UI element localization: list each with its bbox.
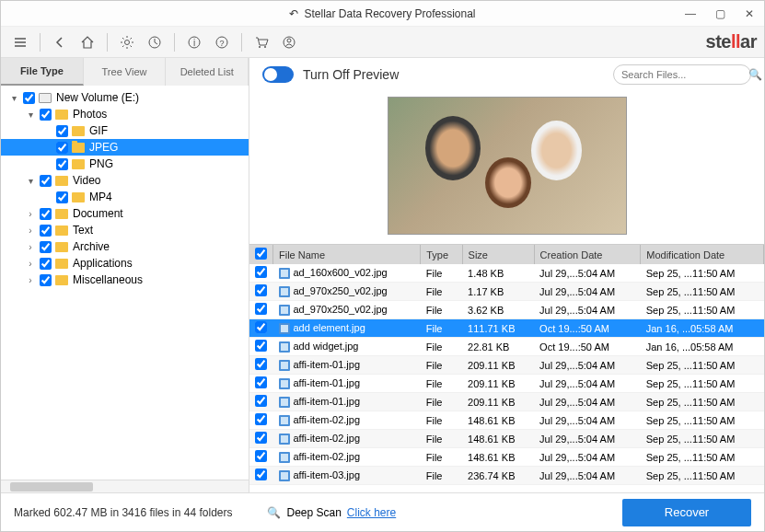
- col-mdate[interactable]: Modification Date: [641, 245, 764, 264]
- tree-checkbox[interactable]: [40, 274, 52, 286]
- row-checkbox[interactable]: [255, 340, 267, 352]
- row-checkbox[interactable]: [255, 413, 267, 425]
- row-checkbox[interactable]: [255, 450, 267, 462]
- table-row[interactable]: affi-item-03.jpgFile236.74 KBJul 29,...5…: [249, 467, 764, 485]
- table-row[interactable]: ad_970x250_v02.jpgFile1.17 KBJul 29,...5…: [249, 283, 764, 301]
- cell-size: 148.61 KB: [462, 430, 534, 448]
- tree-checkbox[interactable]: [56, 158, 68, 170]
- row-checkbox[interactable]: [255, 358, 267, 370]
- folder-tree[interactable]: ▾New Volume (E:)▾PhotosGIFJPEGPNG▾VideoM…: [1, 86, 249, 480]
- home-button[interactable]: [75, 30, 99, 54]
- tree-item[interactable]: MP4: [1, 189, 249, 205]
- twisty-icon[interactable]: ▾: [25, 110, 36, 120]
- tree-checkbox[interactable]: [56, 125, 68, 137]
- twisty-icon[interactable]: ›: [25, 259, 36, 269]
- twisty-icon[interactable]: ▾: [8, 93, 19, 103]
- info-button[interactable]: i: [182, 30, 206, 54]
- table-row[interactable]: ad_970x250_v02.jpgFile3.62 KBJul 29,...5…: [249, 301, 764, 319]
- minimize-button[interactable]: —: [676, 1, 705, 27]
- table-row[interactable]: affi-item-02.jpgFile148.61 KBJul 29,...5…: [249, 448, 764, 467]
- folder-icon: [55, 110, 68, 120]
- file-icon: [279, 323, 290, 334]
- twisty-icon[interactable]: ›: [25, 242, 36, 252]
- cell-cdate: Jul 29,...5:04 AM: [534, 264, 641, 283]
- undo-icon: ↶: [289, 7, 298, 20]
- table-row[interactable]: add element.jpgFile111.71 KBOct 19...:50…: [249, 319, 764, 338]
- tree-item[interactable]: GIF: [1, 122, 249, 139]
- table-row[interactable]: affi-item-01.jpgFile209.11 KBJul 29,...5…: [249, 375, 764, 393]
- twisty-icon[interactable]: ›: [25, 226, 36, 236]
- cart-button[interactable]: [249, 30, 273, 54]
- back-button[interactable]: [48, 30, 72, 54]
- col-name[interactable]: File Name: [273, 245, 421, 264]
- tree-checkbox[interactable]: [40, 225, 52, 237]
- folder-icon: [72, 192, 85, 202]
- tab-deleted-list[interactable]: Deleted List: [166, 58, 249, 86]
- tree-checkbox[interactable]: [23, 92, 35, 104]
- col-check[interactable]: [249, 245, 273, 264]
- tree-checkbox[interactable]: [40, 109, 52, 121]
- tab-file-type[interactable]: File Type: [1, 58, 84, 86]
- row-checkbox[interactable]: [255, 284, 267, 296]
- twisty-icon[interactable]: ›: [25, 275, 36, 285]
- tree-checkbox[interactable]: [56, 142, 68, 154]
- table-row[interactable]: affi-item-02.jpgFile148.61 KBJul 29,...5…: [249, 430, 764, 448]
- folder-icon: [72, 143, 85, 153]
- table-row[interactable]: affi-item-02.jpgFile148.61 KBJul 29,...5…: [249, 411, 764, 430]
- tree-checkbox[interactable]: [40, 175, 52, 187]
- tree-checkbox[interactable]: [56, 191, 68, 203]
- preview-toggle[interactable]: [262, 66, 294, 83]
- col-size[interactable]: Size: [462, 245, 534, 264]
- tree-item[interactable]: ›Miscellaneous: [1, 272, 249, 288]
- tree-item[interactable]: JPEG: [1, 139, 249, 156]
- tree-checkbox[interactable]: [40, 208, 52, 220]
- help-button[interactable]: ?: [210, 30, 234, 54]
- deepscan-link[interactable]: Click here: [347, 506, 396, 519]
- cell-mdate: Jan 16, ...05:58 AM: [641, 338, 764, 356]
- search-input[interactable]: [621, 69, 748, 80]
- row-checkbox[interactable]: [255, 395, 267, 407]
- row-checkbox[interactable]: [255, 266, 267, 278]
- tree-item[interactable]: ▾New Volume (E:): [1, 89, 249, 106]
- tree-item[interactable]: ›Applications: [1, 255, 249, 272]
- tree-checkbox[interactable]: [40, 241, 52, 253]
- twisty-icon[interactable]: ▾: [25, 176, 36, 186]
- table-row[interactable]: affi-item-01.jpgFile209.11 KBJul 29,...5…: [249, 393, 764, 411]
- menu-button[interactable]: [8, 30, 32, 54]
- toolbar: i ? stellar: [1, 27, 764, 58]
- cell-cdate: Jul 29,...5:04 AM: [534, 301, 641, 319]
- tree-item[interactable]: PNG: [1, 156, 249, 172]
- maximize-button[interactable]: ▢: [705, 1, 735, 27]
- recover-button[interactable]: Recover: [622, 499, 751, 526]
- col-cdate[interactable]: Creation Date: [534, 245, 641, 264]
- tab-tree-view[interactable]: Tree View: [84, 58, 167, 86]
- close-button[interactable]: ✕: [735, 1, 764, 27]
- tree-item[interactable]: ▾Video: [1, 172, 249, 189]
- row-checkbox[interactable]: [255, 376, 267, 388]
- settings-button[interactable]: [115, 30, 139, 54]
- tree-item[interactable]: ▾Photos: [1, 106, 249, 122]
- tree-checkbox[interactable]: [40, 258, 52, 270]
- row-checkbox[interactable]: [255, 468, 267, 480]
- bottom-bar: Marked 602.47 MB in 3416 files in 44 fol…: [1, 492, 764, 531]
- table-row[interactable]: affi-item-01.jpgFile209.11 KBJul 29,...5…: [249, 356, 764, 375]
- col-type[interactable]: Type: [421, 245, 462, 264]
- tree-item[interactable]: ›Text: [1, 222, 249, 238]
- history-button[interactable]: [143, 30, 167, 54]
- file-table[interactable]: File Name Type Size Creation Date Modifi…: [249, 244, 764, 492]
- cell-name: add widget.jpg: [294, 341, 359, 352]
- table-row[interactable]: ad_160x600_v02.jpgFile1.48 KBJul 29,...5…: [249, 264, 764, 283]
- search-box[interactable]: 🔍: [613, 64, 751, 85]
- twisty-icon[interactable]: ›: [25, 209, 36, 219]
- tree-item[interactable]: ›Archive: [1, 238, 249, 255]
- user-button[interactable]: [277, 30, 301, 54]
- row-checkbox[interactable]: [255, 432, 267, 444]
- row-checkbox[interactable]: [255, 321, 267, 333]
- tree-item[interactable]: ›Document: [1, 205, 249, 222]
- tree-label: Archive: [73, 240, 110, 253]
- table-row[interactable]: add widget.jpgFile22.81 KBOct 19...:50 A…: [249, 338, 764, 356]
- tree-scrollbar[interactable]: [1, 480, 249, 492]
- cell-mdate: Sep 25, ...11:50 AM: [641, 393, 764, 411]
- row-checkbox[interactable]: [255, 303, 267, 315]
- cell-name: ad_970x250_v02.jpg: [294, 304, 388, 315]
